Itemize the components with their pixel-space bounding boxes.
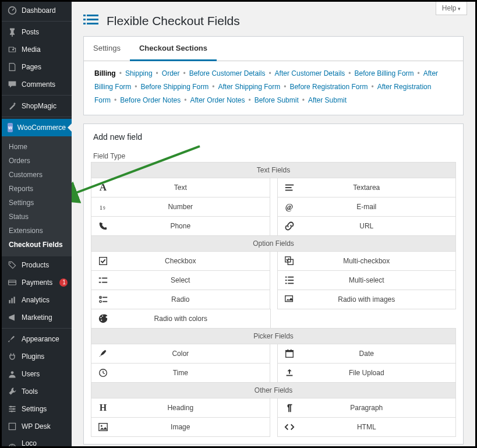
- section-link-before-registration-form[interactable]: Before Registration Form: [289, 83, 368, 91]
- section-link-after-submit[interactable]: After Submit: [308, 96, 347, 104]
- sidebar-item-posts[interactable]: Posts: [2, 23, 72, 41]
- field-tile-heading[interactable]: H Heading: [91, 398, 270, 418]
- field-tile-label: Color: [115, 350, 270, 358]
- sidebar-item-wp-desk[interactable]: WP Desk: [2, 418, 72, 435]
- section-link-billing[interactable]: Billing: [94, 69, 116, 77]
- field-tile-time[interactable]: Time: [91, 363, 270, 383]
- field-tile-radio[interactable]: Radio: [91, 290, 270, 309]
- field-tile-textarea[interactable]: Textarea: [277, 178, 457, 197]
- html-icon: [278, 422, 301, 432]
- phone-icon: [91, 221, 115, 231]
- list-icon: [83, 13, 98, 28]
- section-link-before-billing-form[interactable]: Before Billing Form: [355, 69, 414, 77]
- section-link-order[interactable]: Order: [162, 69, 180, 77]
- woocommerce-submenu: HomeOrdersCustomersReportsSettingsStatus…: [2, 136, 72, 256]
- section-link-after-customer-details[interactable]: After Customer Details: [275, 69, 345, 77]
- group-header: Option Fields: [91, 235, 456, 252]
- submenu-item-reports[interactable]: Reports: [2, 182, 72, 196]
- sidebar-item-appearance[interactable]: Appearance: [2, 330, 72, 348]
- sidebar-item-woocommerce[interactable]: w WooCommerce: [2, 119, 72, 136]
- svg-rect-1: [87, 15, 98, 16]
- sidebar-item-media[interactable]: Media: [2, 41, 72, 58]
- sidebar-item-products[interactable]: Products: [2, 256, 72, 274]
- mcheck-icon: [278, 256, 301, 266]
- color-icon: [91, 348, 115, 359]
- sidebar-item-plugins[interactable]: Plugins: [2, 348, 72, 365]
- sidebar-label: Marketing: [22, 313, 52, 322]
- group-header: Picker Fields: [91, 328, 456, 344]
- wpdesk-icon: [8, 422, 17, 431]
- sidebar-item-marketing[interactable]: Marketing: [2, 309, 72, 326]
- A-icon: A: [91, 182, 115, 193]
- field-tile-label: Checkbox: [115, 257, 270, 265]
- appearance-icon: [8, 334, 17, 344]
- field-tile-radio-with-colors[interactable]: Radio with colors: [91, 309, 271, 329]
- field-tile-paragraph[interactable]: Paragraph: [277, 398, 457, 418]
- submenu-item-orders[interactable]: Orders: [2, 154, 72, 168]
- sidebar-label: Media: [22, 45, 41, 54]
- submenu-item-status[interactable]: Status: [2, 210, 72, 224]
- sidebar-item-tools[interactable]: Tools: [2, 383, 72, 400]
- sidebar-item-shopmagic[interactable]: ShopMagic: [2, 97, 72, 115]
- field-tile-label: Multi-checkbox: [301, 257, 456, 265]
- section-link-before-shipping-form[interactable]: Before Shipping Form: [141, 83, 209, 91]
- field-tile-label: Radio: [115, 295, 270, 304]
- field-tile-image[interactable]: Image: [91, 417, 270, 437]
- dashboard-icon: [8, 6, 17, 15]
- help-tab[interactable]: Help: [436, 2, 467, 15]
- submenu-item-extensions[interactable]: Extensions: [2, 224, 72, 238]
- sidebar-item-settings[interactable]: Settings: [2, 400, 72, 418]
- field-tile-file-upload[interactable]: File Upload: [277, 363, 457, 383]
- users-icon: [8, 369, 17, 379]
- submenu-item-customers[interactable]: Customers: [2, 168, 72, 182]
- sidebar-label: Plugins: [22, 352, 44, 361]
- H-icon: H: [91, 403, 115, 413]
- field-tile-label: Text: [115, 184, 270, 192]
- field-tile-select[interactable]: Select: [91, 270, 270, 290]
- lines-icon: [278, 182, 301, 193]
- section-links: Billing•Shipping•Order•Before Customer D…: [84, 61, 463, 115]
- field-tile-e-mail[interactable]: E-mail: [277, 197, 457, 217]
- field-tile-color[interactable]: Color: [91, 344, 270, 364]
- section-link-shipping[interactable]: Shipping: [125, 69, 153, 77]
- section-link-before-order-notes[interactable]: Before Order Notes: [120, 96, 181, 104]
- main-content: Help Flexible Checkout Fields SettingsCh…: [72, 2, 475, 446]
- submenu-item-checkout-fields[interactable]: Checkout Fields: [2, 238, 72, 252]
- comment-icon: [8, 80, 17, 89]
- media-icon: [8, 45, 17, 54]
- field-tile-checkbox[interactable]: Checkbox: [91, 251, 270, 271]
- section-link-before-customer-details[interactable]: Before Customer Details: [189, 69, 266, 77]
- field-tile-radio-with-images[interactable]: Radio with images: [277, 290, 457, 309]
- section-link-after-order-notes[interactable]: After Order Notes: [190, 96, 245, 104]
- field-tile-phone[interactable]: Phone: [91, 216, 270, 236]
- field-tile-date[interactable]: Date: [277, 344, 457, 364]
- field-tile-text[interactable]: A Text: [91, 178, 270, 197]
- sidebar-item-comments[interactable]: Comments: [2, 76, 72, 93]
- sidebar-label: Appearance: [22, 335, 59, 343]
- tab-settings[interactable]: Settings: [84, 37, 130, 61]
- field-tile-html[interactable]: HTML: [277, 417, 457, 437]
- marketing-icon: [8, 313, 17, 322]
- settings-panel: SettingsCheckout Sections Billing•Shippi…: [83, 36, 464, 115]
- section-link-after-shipping-form[interactable]: After Shipping Form: [218, 83, 281, 91]
- svg-rect-2: [83, 19, 86, 20]
- field-tile-label: Multi-select: [301, 276, 456, 284]
- sidebar-item-analytics[interactable]: Analytics: [2, 291, 72, 309]
- tab-checkout-sections[interactable]: Checkout Sections: [130, 37, 217, 61]
- section-link-before-submit[interactable]: Before Submit: [255, 96, 299, 104]
- field-tile-number[interactable]: Number: [91, 197, 270, 217]
- field-tile-multi-checkbox[interactable]: Multi-checkbox: [277, 251, 457, 271]
- svg-rect-3: [87, 19, 98, 20]
- product-icon: [8, 260, 17, 270]
- sidebar-item-payments[interactable]: Payments 1: [2, 274, 72, 291]
- sidebar-item-loco-translate[interactable]: Loco Translate: [2, 435, 72, 446]
- sidebar-item-pages[interactable]: Pages: [2, 58, 72, 76]
- sidebar-item-users[interactable]: Users: [2, 365, 72, 383]
- field-tile-label: Radio with colors: [115, 315, 270, 323]
- submenu-item-settings[interactable]: Settings: [2, 196, 72, 210]
- select-icon: [91, 275, 115, 285]
- field-tile-url[interactable]: URL: [277, 216, 457, 236]
- submenu-item-home[interactable]: Home: [2, 140, 72, 154]
- field-tile-multi-select[interactable]: Multi-select: [277, 270, 457, 290]
- sidebar-item-dashboard[interactable]: Dashboard: [2, 2, 72, 19]
